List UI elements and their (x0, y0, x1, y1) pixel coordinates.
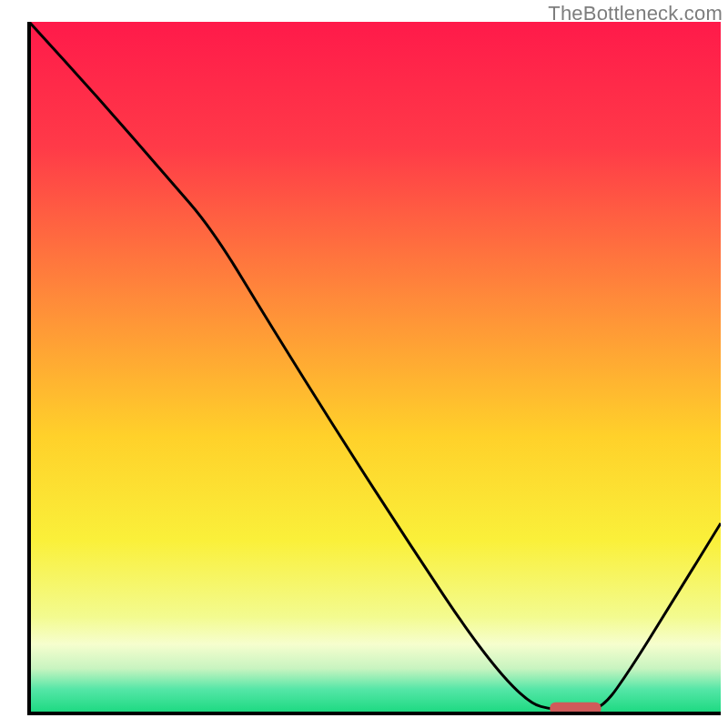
bottleneck-chart: TheBottleneck.com (0, 0, 728, 728)
plot-background (29, 22, 721, 713)
plot-svg (0, 0, 728, 728)
